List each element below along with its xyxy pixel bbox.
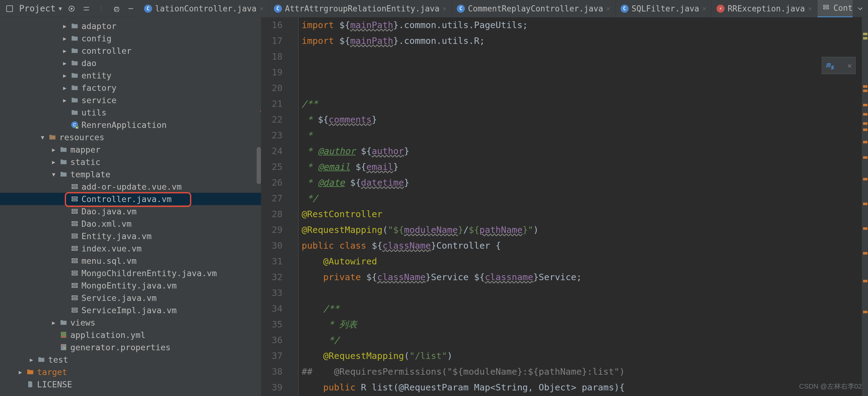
warning-marker[interactable] bbox=[863, 37, 867, 39]
tree-item[interactable]: LICENSE bbox=[0, 378, 261, 391]
expand-icon[interactable]: ▶ bbox=[62, 97, 68, 104]
expand-icon[interactable]: ▶ bbox=[62, 72, 68, 79]
editor-tab[interactable]: CSQLFilter.java✕ bbox=[616, 0, 712, 17]
warning-marker[interactable] bbox=[863, 90, 867, 92]
collapse-icon[interactable] bbox=[81, 3, 92, 15]
code-line[interactable]: */ bbox=[302, 191, 862, 206]
tree-item[interactable]: Dao.xml.vm bbox=[0, 218, 261, 230]
project-tree[interactable]: ▶adaptor▶config▶controller▶dao▶entity▶fa… bbox=[0, 17, 261, 396]
code-line[interactable]: ## @RequiresPermissions("${moduleName}:$… bbox=[302, 364, 862, 379]
warning-marker[interactable] bbox=[863, 33, 867, 35]
warning-marker[interactable] bbox=[863, 252, 867, 255]
marker-strip[interactable] bbox=[862, 17, 868, 396]
code-line[interactable]: public class ${className}Controller { bbox=[302, 238, 862, 254]
warning-marker[interactable] bbox=[863, 311, 867, 313]
expand-icon[interactable]: ▶ bbox=[28, 357, 35, 363]
code-line[interactable]: /** bbox=[302, 301, 862, 317]
expand-icon[interactable]: ▶ bbox=[62, 60, 68, 66]
editor-tab[interactable]: ⚡RRException.java✕ bbox=[712, 0, 817, 17]
expand-icon[interactable]: ▶ bbox=[62, 48, 68, 54]
close-icon[interactable]: ✕ bbox=[606, 5, 610, 12]
tree-item[interactable]: utils bbox=[0, 106, 261, 119]
tree-item[interactable]: ▶service bbox=[0, 94, 261, 106]
gear-icon[interactable] bbox=[110, 3, 122, 15]
warning-marker[interactable] bbox=[863, 141, 867, 143]
code-line[interactable] bbox=[302, 80, 862, 96]
tree-item[interactable]: add-or-update.vue.vm bbox=[0, 180, 261, 193]
code-line[interactable] bbox=[302, 285, 862, 301]
tree-item[interactable]: ▶mapper bbox=[0, 143, 261, 156]
tree-item[interactable]: Service.java.vm bbox=[0, 291, 261, 304]
tree-item[interactable]: ▶static bbox=[0, 156, 261, 168]
editor-tab[interactable]: CCommentReplayController.java✕ bbox=[452, 0, 616, 17]
code-line[interactable]: * 列表 bbox=[302, 317, 862, 332]
locate-icon[interactable] bbox=[66, 3, 78, 15]
expand-icon[interactable]: ▶ bbox=[17, 369, 24, 375]
close-icon[interactable]: ✕ bbox=[260, 5, 264, 12]
warning-marker[interactable] bbox=[863, 203, 867, 205]
warning-marker[interactable] bbox=[863, 227, 867, 230]
warning-marker[interactable] bbox=[863, 156, 867, 159]
code-line[interactable]: * @author ${author} bbox=[302, 143, 862, 159]
code-line[interactable]: * bbox=[302, 128, 862, 143]
expand-icon[interactable]: ▼ bbox=[51, 171, 57, 178]
tree-item[interactable]: ▶target bbox=[0, 366, 261, 378]
code-line[interactable]: * ${comments} bbox=[302, 112, 862, 128]
tree-item[interactable]: ▶adaptor bbox=[0, 20, 261, 32]
expand-icon[interactable]: ▶ bbox=[62, 85, 68, 91]
tree-item[interactable]: menu.sql.vm bbox=[0, 255, 261, 267]
warning-marker[interactable] bbox=[863, 113, 867, 115]
expand-icon[interactable]: ▼ bbox=[39, 134, 45, 141]
expand-icon[interactable]: ▶ bbox=[62, 23, 68, 29]
code-line[interactable]: * @date ${datetime} bbox=[302, 175, 862, 191]
warning-marker[interactable] bbox=[863, 280, 867, 282]
code-line[interactable]: @RequestMapping("/list") bbox=[302, 348, 862, 364]
expand-icon[interactable]: ▶ bbox=[51, 146, 57, 153]
tree-item[interactable]: ▼template bbox=[0, 168, 261, 180]
fold-column[interactable] bbox=[291, 17, 299, 396]
code-editor[interactable]: 1617181920212223242526272829303132333435… bbox=[261, 17, 868, 396]
warning-marker[interactable] bbox=[863, 122, 867, 125]
warning-marker[interactable] bbox=[863, 129, 867, 131]
code-line[interactable] bbox=[302, 64, 862, 80]
code-line[interactable] bbox=[302, 49, 862, 64]
tree-item[interactable]: ▶test bbox=[0, 353, 261, 366]
tree-item[interactable]: MongoChildrenEntity.java.vm bbox=[0, 267, 261, 279]
inspection-widget[interactable]: ms ✕ bbox=[822, 57, 856, 74]
close-icon[interactable]: ✕ bbox=[702, 5, 706, 12]
tree-item[interactable]: C▶RenrenApplication bbox=[0, 119, 261, 131]
project-dropdown[interactable]: Project ▼ bbox=[19, 3, 62, 13]
tree-item[interactable]: ▶config bbox=[0, 32, 261, 45]
tree-item[interactable]: ServiceImpl.java.vm bbox=[0, 304, 261, 316]
tabs-overflow-icon[interactable] bbox=[855, 3, 866, 15]
minimize-icon[interactable] bbox=[125, 3, 137, 15]
tree-item[interactable]: ▶dao bbox=[0, 57, 261, 69]
code-line[interactable]: /** bbox=[302, 96, 862, 112]
tree-item[interactable]: Entity.java.vm bbox=[0, 230, 261, 242]
tree-item[interactable]: ▼resources bbox=[0, 131, 261, 143]
tree-item[interactable]: index.vue.vm bbox=[0, 242, 261, 255]
editor-tab[interactable]: CAttrAttrgroupRelationEntity.java✕ bbox=[269, 0, 452, 17]
code-line[interactable]: import ${mainPath}.common.utils.R; bbox=[302, 33, 862, 49]
tree-item[interactable]: ▶views bbox=[0, 316, 261, 329]
expand-icon[interactable]: ▶ bbox=[51, 159, 57, 165]
code-line[interactable]: private ${className}Service ${classname}… bbox=[302, 270, 862, 285]
tree-item[interactable]: MongoEntity.java.vm bbox=[0, 279, 261, 291]
sidebar-scrollbar[interactable] bbox=[257, 147, 261, 184]
warning-marker[interactable] bbox=[863, 104, 867, 106]
code-line[interactable]: public R list(@RequestParam Map<String, … bbox=[302, 379, 862, 395]
tree-item[interactable]: generator.properties bbox=[0, 341, 261, 353]
code-line[interactable]: */ bbox=[302, 332, 862, 348]
close-icon[interactable]: ✕ bbox=[443, 5, 447, 12]
warning-marker[interactable] bbox=[863, 178, 867, 180]
code-line[interactable]: import ${mainPath}.common.utils.PageUtil… bbox=[302, 17, 862, 33]
close-icon[interactable]: ✕ bbox=[848, 62, 851, 69]
tree-item[interactable]: Dao.java.vm bbox=[0, 205, 261, 218]
tree-item[interactable]: ▶entity bbox=[0, 69, 261, 82]
warning-marker[interactable] bbox=[863, 85, 867, 88]
code-area[interactable]: import ${mainPath}.common.utils.PageUtil… bbox=[299, 17, 862, 396]
expand-icon[interactable]: ▶ bbox=[62, 35, 68, 42]
tree-item[interactable]: ▶controller bbox=[0, 45, 261, 57]
editor-tab[interactable]: ClationController.java✕ bbox=[139, 0, 269, 17]
tree-item[interactable]: application.yml bbox=[0, 329, 261, 341]
